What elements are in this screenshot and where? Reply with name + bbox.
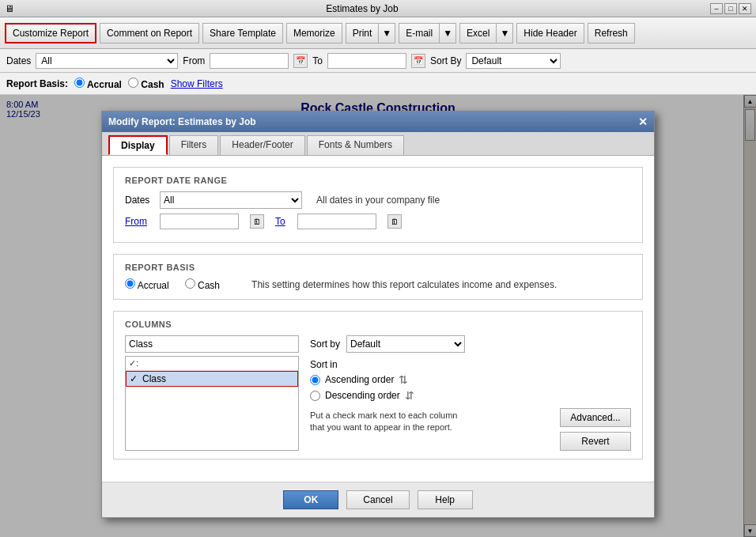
share-template-button[interactable]: Share Template <box>202 23 283 43</box>
print-dropdown-arrow[interactable]: ▼ <box>378 23 395 43</box>
advanced-button[interactable]: Advanced... <box>560 408 631 427</box>
right-buttons: Advanced... Revert <box>560 408 631 451</box>
date-range-title: REPORT DATE RANGE <box>125 176 631 185</box>
ascending-radio[interactable] <box>310 375 320 385</box>
filter-bar: Dates All From 📅 To 📅 Sort By Default <box>0 49 756 73</box>
tab-filters[interactable]: Filters <box>169 135 219 155</box>
modal-cash-label[interactable]: Cash <box>185 278 220 291</box>
columns-search-input[interactable] <box>125 335 299 353</box>
date-range-section: REPORT DATE RANGE Dates All All dates in… <box>113 167 643 243</box>
sort-in-label: Sort in <box>310 359 549 370</box>
ok-button[interactable]: OK <box>283 490 338 509</box>
email-dropdown-arrow[interactable]: ▼ <box>439 23 456 43</box>
excel-dropdown-arrow[interactable]: ▼ <box>496 23 513 43</box>
help-button[interactable]: Help <box>418 490 473 509</box>
columns-title: COLUMNS <box>125 320 631 329</box>
basis-options-row: Accrual Cash This setting determines how… <box>125 278 631 291</box>
print-split-button[interactable]: Print ▼ <box>346 23 396 43</box>
app-icon: 🖥 <box>5 3 14 14</box>
modal-titlebar: Modify Report: Estimates by Job ✕ <box>102 112 654 132</box>
report-basis-section: REPORT BASIS Accrual Cash This setting d… <box>113 254 643 300</box>
print-button[interactable]: Print <box>346 23 379 43</box>
header-colon: : <box>136 358 138 369</box>
from-to-row: From 🗓 To 🗓 <box>125 214 631 229</box>
accrual-radio[interactable] <box>74 78 85 88</box>
revert-button[interactable]: Revert <box>560 432 631 451</box>
columns-content: ✓ : ✓ Class <box>125 335 631 451</box>
sort-by-select[interactable]: Default <box>346 335 465 353</box>
excel-split-button[interactable]: Excel ▼ <box>459 23 513 43</box>
modify-report-dialog: Modify Report: Estimates by Job ✕ Displa… <box>101 111 655 518</box>
modal-dates-label: Dates <box>125 195 153 206</box>
memorize-button[interactable]: Memorize <box>286 23 342 43</box>
refresh-button[interactable]: Refresh <box>588 23 635 43</box>
dates-select[interactable]: All <box>36 53 178 69</box>
cancel-button[interactable]: Cancel <box>346 490 409 509</box>
dates-description: All dates in your company file <box>316 195 440 206</box>
customize-report-button[interactable]: Customize Report <box>5 23 96 43</box>
descending-label: Descending order <box>325 390 400 401</box>
email-button[interactable]: E-mail <box>399 23 439 43</box>
show-filters-link[interactable]: Show Filters <box>171 78 223 89</box>
item-checkmark: ✓ <box>130 373 142 384</box>
columns-list-area: ✓ : ✓ Class <box>125 335 299 451</box>
to-input[interactable] <box>327 53 406 69</box>
modal-backdrop: Modify Report: Estimates by Job ✕ Displa… <box>0 95 756 537</box>
tab-display[interactable]: Display <box>108 135 168 155</box>
header-check: ✓ <box>129 358 136 369</box>
excel-button[interactable]: Excel <box>459 23 496 43</box>
columns-description: Put a check mark next to each column tha… <box>310 410 549 434</box>
basis-bar: Report Basis: Accrual Cash Show Filters <box>0 73 756 95</box>
minimize-button[interactable]: – <box>710 3 723 14</box>
descending-radio[interactable] <box>310 391 320 401</box>
modal-body: REPORT DATE RANGE Dates All All dates in… <box>102 156 654 482</box>
sort-by-select[interactable]: Default <box>466 53 561 69</box>
cash-radio[interactable] <box>128 78 138 88</box>
title-bar-left: 🖥 <box>5 3 14 14</box>
modal-accrual-radio[interactable] <box>125 278 135 289</box>
modal-footer: OK Cancel Help <box>102 482 654 517</box>
comment-on-report-button[interactable]: Comment on Report <box>100 23 199 43</box>
dates-label: Dates <box>6 55 31 66</box>
tab-header-footer[interactable]: Header/Footer <box>220 135 304 155</box>
from-label: From <box>183 55 205 66</box>
list-item[interactable]: ✓ Class <box>126 371 298 387</box>
modal-tabs: Display Filters Header/Footer Fonts & Nu… <box>102 132 654 156</box>
basis-description: This setting determines how this report … <box>251 279 557 290</box>
accrual-radio-label[interactable]: Accrual <box>74 78 122 90</box>
main-content: 8:00 AM 12/15/23 Rock Castle Constructio… <box>0 95 756 537</box>
modal-title: Modify Report: Estimates by Job <box>108 116 256 127</box>
report-basis-title: REPORT BASIS <box>125 263 631 272</box>
maximize-button[interactable]: □ <box>724 3 737 14</box>
toolbar: Customize Report Comment on Report Share… <box>0 17 756 49</box>
sort-area: Sort by Default Sort in Ascending order <box>310 335 549 434</box>
dates-row: Dates All All dates in your company file <box>125 191 631 209</box>
modal-to-calendar-icon[interactable]: 🗓 <box>387 214 402 229</box>
ascending-icon: ⇅ <box>399 373 408 386</box>
modal-from-input[interactable] <box>160 214 239 229</box>
sort-by-label: Sort By <box>430 55 461 66</box>
cash-radio-label[interactable]: Cash <box>128 78 164 90</box>
ascending-label: Ascending order <box>325 374 394 385</box>
sort-by-label: Sort by <box>310 338 340 350</box>
columns-section: COLUMNS ✓ : ✓ <box>113 311 643 459</box>
to-calendar-icon[interactable]: 📅 <box>411 54 425 68</box>
modal-to-label: To <box>275 216 291 227</box>
modal-to-input[interactable] <box>297 214 376 229</box>
email-split-button[interactable]: E-mail ▼ <box>399 23 456 43</box>
from-calendar-icon[interactable]: 📅 <box>293 54 308 68</box>
tab-fonts-numbers[interactable]: Fonts & Numbers <box>307 135 404 155</box>
modal-close-button[interactable]: ✕ <box>638 115 648 128</box>
close-button[interactable]: ✕ <box>739 3 751 14</box>
window-controls[interactable]: – □ ✕ <box>710 3 751 14</box>
descending-row: Descending order ⇵ <box>310 389 549 402</box>
from-input[interactable] <box>210 53 289 69</box>
modal-dates-select[interactable]: All <box>160 191 302 209</box>
modal-accrual-label[interactable]: Accrual <box>125 278 169 291</box>
sort-by-row: Sort by Default <box>310 335 549 353</box>
to-label: To <box>312 55 323 66</box>
ascending-row: Ascending order ⇅ <box>310 373 549 386</box>
modal-cash-radio[interactable] <box>185 278 195 289</box>
modal-from-calendar-icon[interactable]: 🗓 <box>250 214 264 229</box>
hide-header-button[interactable]: Hide Header <box>516 23 584 43</box>
